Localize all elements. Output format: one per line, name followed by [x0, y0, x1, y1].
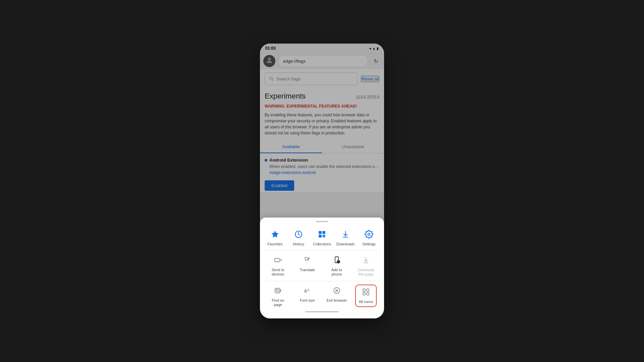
svg-text:+: +	[323, 235, 324, 238]
svg-point-16	[276, 289, 278, 291]
all-menu-label: All menu	[359, 300, 373, 304]
menu-item-settings[interactable]: Settings	[358, 228, 380, 246]
svg-rect-15	[275, 288, 280, 293]
add-phone-label: Add to phone	[326, 268, 347, 277]
all-menu-icon	[360, 286, 372, 298]
font-size-icon: AA	[301, 285, 313, 297]
svg-point-10	[368, 233, 370, 236]
menu-item-find-page[interactable]: Find on page	[267, 285, 289, 307]
downloads-label: Downloads	[336, 242, 355, 246]
settings-label: Settings	[362, 242, 376, 246]
svg-text:A: A	[304, 288, 307, 294]
svg-rect-28	[363, 293, 365, 295]
menu-item-translate[interactable]: Translate	[297, 254, 318, 277]
svg-rect-11	[275, 258, 279, 262]
collections-icon: +	[316, 228, 328, 240]
download-page-icon	[360, 254, 372, 266]
menu-item-downloads[interactable]: Downloads	[335, 228, 356, 246]
menu-item-favorites[interactable]: Favorites	[264, 228, 286, 246]
download-page-label: Download this page	[355, 268, 377, 277]
svg-rect-29	[367, 293, 369, 295]
downloads-icon	[339, 228, 352, 240]
svg-text:+: +	[337, 261, 339, 263]
menu-item-send-devices[interactable]: Send to devices	[267, 254, 289, 277]
send-devices-icon	[272, 254, 284, 266]
menu-item-history[interactable]: History	[288, 228, 309, 246]
svg-line-17	[278, 291, 279, 292]
menu-item-all-menu[interactable]: All menu	[355, 285, 377, 307]
phone-container: 01:03 ● ▲ ▮ edge://flags ↻ Search flags	[260, 44, 384, 318]
font-size-label: Font size	[300, 298, 315, 303]
menu-row-1: Favorites History + Collections Download…	[260, 227, 384, 248]
exit-browser-label: Exit browser	[326, 298, 347, 303]
svg-rect-6	[322, 231, 325, 234]
menu-row-2: Send to devices Translate + Add to phone…	[260, 253, 384, 279]
menu-divider-1	[265, 250, 379, 251]
svg-marker-3	[271, 231, 279, 238]
settings-icon	[363, 228, 375, 240]
menu-divider-2	[265, 281, 379, 281]
translate-icon	[301, 254, 313, 266]
send-devices-label: Send to devices	[267, 268, 289, 277]
svg-rect-27	[367, 289, 369, 291]
collections-label: Collections	[313, 242, 331, 246]
history-label: History	[293, 242, 304, 246]
bottom-menu: Favorites History + Collections Download…	[260, 218, 384, 318]
menu-item-collections[interactable]: + Collections	[311, 228, 333, 246]
find-page-icon	[272, 285, 284, 297]
add-phone-icon: +	[331, 254, 343, 266]
favorites-label: Favorites	[267, 242, 282, 246]
svg-rect-26	[363, 289, 365, 291]
menu-row-3: Find on page AA Font size Exit browser A…	[260, 283, 384, 309]
home-indicator	[305, 311, 339, 312]
svg-rect-7	[319, 235, 322, 238]
home-indicator-area	[260, 309, 384, 312]
menu-item-download-page[interactable]: Download this page	[355, 254, 377, 277]
menu-item-exit-browser[interactable]: Exit browser	[326, 285, 347, 307]
history-icon	[292, 228, 305, 240]
menu-item-font-size[interactable]: AA Font size	[297, 285, 318, 307]
find-page-label: Find on page	[267, 298, 289, 307]
exit-browser-icon	[331, 285, 343, 297]
menu-handle	[316, 221, 328, 222]
svg-text:A: A	[307, 288, 310, 292]
translate-label: Translate	[300, 268, 315, 272]
menu-item-add-phone[interactable]: + Add to phone	[326, 254, 347, 277]
svg-rect-5	[319, 231, 322, 234]
favorites-icon	[269, 228, 281, 240]
